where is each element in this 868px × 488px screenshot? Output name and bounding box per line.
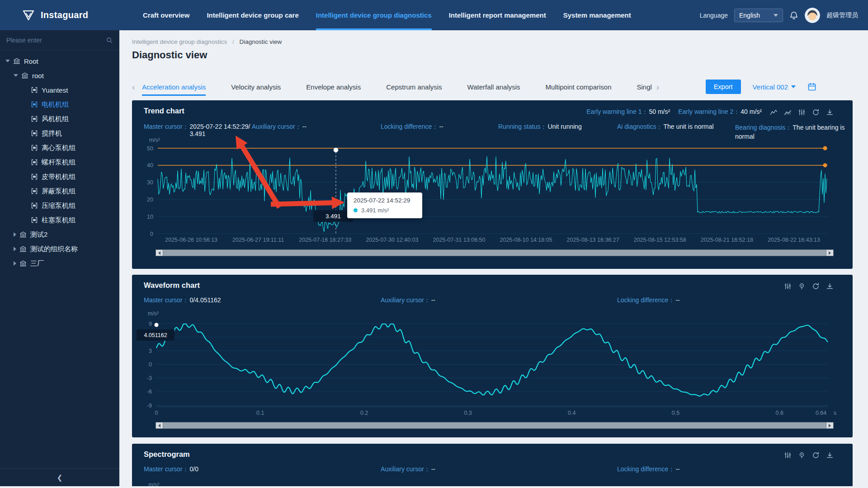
- tooltip-date: 2025-07-22 14:52:29: [354, 197, 416, 204]
- analysis-tabs: Acceleration analysisVelocity analysisEn…: [142, 83, 652, 91]
- line-chart-icon[interactable]: [770, 108, 778, 116]
- download-icon[interactable]: [826, 108, 834, 116]
- equalizer-icon[interactable]: [798, 108, 806, 116]
- tab-cepstrum-analysis[interactable]: Cepstrum analysis: [386, 83, 442, 91]
- waveform-chart-scrollbar[interactable]: [156, 422, 834, 429]
- tree-item-label: 测试的组织名称: [30, 245, 78, 253]
- tab-velocity-analysis[interactable]: Velocity analysis: [231, 83, 281, 91]
- tree-item-device[interactable]: 压缩泵机组: [0, 198, 119, 213]
- scroll-left-button[interactable]: [156, 250, 163, 256]
- nav-item[interactable]: Intelligent report management: [449, 0, 546, 30]
- breadcrumb-separator: /: [232, 38, 234, 45]
- waveform-chart[interactable]: 9630-3-6-9m/s²00.10.20.30.40.50.60.64s4.…: [132, 275, 853, 437]
- scroll-right-button[interactable]: [826, 250, 833, 256]
- bell-icon[interactable]: [789, 11, 798, 20]
- early-warning-line-1: Early warning line 1：50 m/s²: [586, 108, 670, 116]
- caret-right-icon[interactable]: [14, 261, 16, 266]
- tree-item-device[interactable]: 风机机组: [0, 112, 119, 126]
- tabs-scroll-right-icon[interactable]: ›: [656, 83, 659, 91]
- svg-text:2025-07-30 12:40:03: 2025-07-30 12:40:03: [366, 237, 418, 243]
- tree-item-org[interactable]: 测试的组织名称: [0, 242, 119, 256]
- language-select[interactable]: English: [734, 9, 783, 22]
- cursor-info-item: Locking difference：--: [617, 296, 680, 305]
- language-value: English: [739, 12, 760, 19]
- tree-item-org[interactable]: 三厂: [0, 256, 119, 271]
- export-button[interactable]: Export: [706, 80, 741, 94]
- tree-item-device[interactable]: 屏蔽泵机组: [0, 184, 119, 198]
- tree-item-device[interactable]: 柱塞泵机组: [0, 213, 119, 227]
- sidebar-collapse-button[interactable]: ❮: [0, 468, 119, 486]
- topbar: Instaguard Craft overviewIntelligent dev…: [0, 0, 868, 30]
- avatar[interactable]: [805, 8, 820, 23]
- locate-icon[interactable]: [798, 282, 806, 290]
- caret-down-icon[interactable]: [14, 74, 18, 77]
- refresh-icon[interactable]: [812, 108, 820, 116]
- tree-item-org[interactable]: Root: [0, 54, 119, 68]
- refresh-icon[interactable]: [812, 282, 820, 290]
- tree-item-device[interactable]: 皮带机机组: [0, 169, 119, 184]
- tree-item-label: 压缩泵机组: [42, 202, 75, 210]
- svg-text:0: 0: [149, 361, 152, 368]
- svg-text:0.6: 0.6: [776, 410, 783, 416]
- area-chart-icon[interactable]: [784, 108, 792, 116]
- tree-item-device[interactable]: 螺杆泵机组: [0, 155, 119, 169]
- organization-icon: [13, 57, 20, 65]
- nav-item[interactable]: Intelligent device group care: [207, 0, 298, 30]
- search-input[interactable]: [6, 30, 99, 50]
- equalizer-icon[interactable]: [784, 451, 792, 459]
- equalizer-icon[interactable]: [784, 282, 792, 290]
- svg-text:0.64: 0.64: [816, 410, 826, 416]
- tab-envelope-analysis[interactable]: Envelope analysis: [306, 83, 361, 91]
- svg-text:50: 50: [147, 145, 153, 152]
- cursor-info-item: Running status：Unit running: [498, 123, 582, 131]
- tab-waterfall-analysis[interactable]: Waterfall analysis: [467, 83, 520, 91]
- caret-down-icon[interactable]: [5, 60, 10, 62]
- tab-singl[interactable]: Singl: [637, 83, 652, 91]
- tabs-scroll-left-icon[interactable]: ‹: [132, 83, 135, 91]
- download-icon[interactable]: [826, 282, 834, 290]
- trend-chart-title: Trend chart: [144, 107, 184, 115]
- tree-item-org[interactable]: 测试2: [0, 227, 119, 242]
- scroll-right-button[interactable]: [826, 422, 833, 428]
- calendar-icon[interactable]: [807, 82, 816, 91]
- tree-item-org[interactable]: root: [0, 68, 119, 83]
- waveform-cursor-handle[interactable]: [155, 323, 159, 327]
- caret-right-icon[interactable]: [14, 232, 16, 237]
- trend-toolbar-icons: [770, 108, 834, 116]
- scroll-left-button[interactable]: [156, 422, 163, 428]
- nav-item[interactable]: System management: [563, 0, 631, 30]
- svg-text:2025-07-31 13:06:50: 2025-07-31 13:06:50: [433, 237, 485, 243]
- tree-item-device[interactable]: 电机机组: [0, 97, 119, 112]
- scrollbar-thumb[interactable]: [163, 422, 826, 428]
- scrollbar-thumb[interactable]: [163, 250, 826, 256]
- device-icon: [31, 130, 38, 137]
- organization-icon: [21, 72, 28, 79]
- trend-cursor-handle[interactable]: [334, 148, 338, 152]
- breadcrumb-parent[interactable]: Intelligent device group diagnostics: [132, 38, 227, 45]
- locate-icon[interactable]: [798, 451, 806, 459]
- nav-item[interactable]: Craft overview: [143, 0, 189, 30]
- tab-multipoint-comparison[interactable]: Multipoint comparison: [546, 83, 612, 91]
- tab-acceleration-analysis[interactable]: Acceleration analysis: [142, 83, 206, 91]
- trend-chart-scrollbar[interactable]: [156, 249, 834, 256]
- caret-down-icon: [774, 14, 778, 17]
- svg-text:10: 10: [147, 214, 153, 220]
- svg-text:m/s²: m/s²: [149, 137, 160, 143]
- caret-right-icon[interactable]: [14, 247, 16, 251]
- nav-item[interactable]: Intelligent device group diagnostics: [316, 0, 432, 30]
- download-icon[interactable]: [826, 451, 834, 459]
- brand-name: Instaguard: [41, 10, 88, 20]
- search-icon[interactable]: [106, 37, 113, 44]
- cursor-info-item: Bearing diagnosis：The unit bearing is no…: [735, 123, 850, 141]
- brand[interactable]: Instaguard: [0, 9, 119, 22]
- tree-item-device[interactable]: 搅拌机: [0, 126, 119, 141]
- page-title: Diagnostic view: [132, 49, 207, 61]
- sidebar: RootrootYuantest电机机组风机机组搅拌机离心泵机组螺杆泵机组皮带机…: [0, 30, 119, 488]
- measuring-point-select[interactable]: Vertical 002: [753, 83, 796, 91]
- language-label: Language: [700, 12, 728, 19]
- cursor-info-item: Ai diagnostics：The unit is normal: [617, 123, 714, 131]
- svg-text:0.4: 0.4: [568, 410, 576, 416]
- refresh-icon[interactable]: [812, 451, 820, 459]
- tree-item-device[interactable]: Yuantest: [0, 83, 119, 97]
- tree-item-device[interactable]: 离心泵机组: [0, 141, 119, 155]
